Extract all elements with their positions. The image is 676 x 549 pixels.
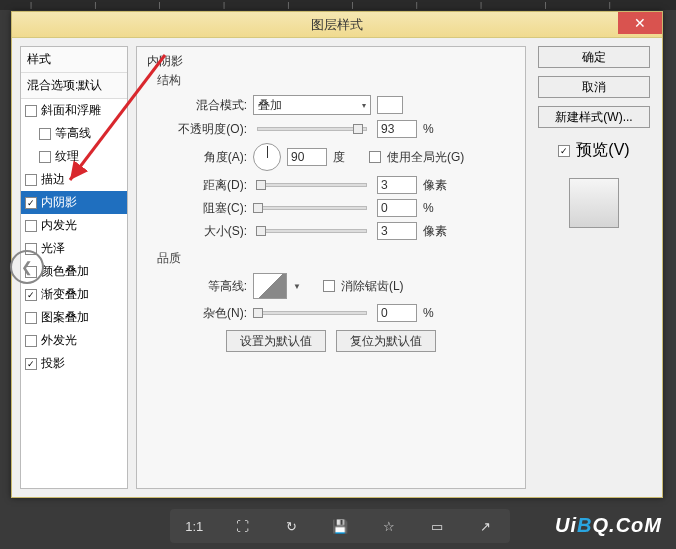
back-icon[interactable]: ❮ <box>10 250 44 284</box>
style-checkbox[interactable] <box>25 312 37 324</box>
style-item[interactable]: 内阴影 <box>21 191 127 214</box>
styles-header: 样式 <box>21 47 127 73</box>
size-unit: 像素 <box>423 223 453 240</box>
angle-label: 角度(A): <box>147 149 247 166</box>
window-title: 图层样式 <box>311 16 363 34</box>
noise-unit: % <box>423 306 453 320</box>
contour-label: 等高线: <box>147 278 247 295</box>
chevron-down-icon: ▾ <box>362 101 366 110</box>
style-item[interactable]: 等高线 <box>21 122 127 145</box>
choke-slider[interactable] <box>257 206 367 210</box>
distance-input[interactable]: 3 <box>377 176 417 194</box>
size-slider[interactable] <box>257 229 367 233</box>
star-icon[interactable]: ☆ <box>379 519 399 534</box>
style-item[interactable]: 投影 <box>21 352 127 375</box>
choke-input[interactable]: 0 <box>377 199 417 217</box>
angle-unit: 度 <box>333 149 363 166</box>
style-item-label: 图案叠加 <box>41 309 89 326</box>
noise-label: 杂色(N): <box>147 305 247 322</box>
share-icon[interactable]: ↗ <box>476 519 496 534</box>
global-light-label: 使用全局光(G) <box>387 149 464 166</box>
slider-thumb[interactable] <box>256 180 266 190</box>
style-checkbox[interactable] <box>25 197 37 209</box>
style-item-label: 内阴影 <box>41 194 77 211</box>
style-item-label: 纹理 <box>55 148 79 165</box>
style-item[interactable]: 外发光 <box>21 329 127 352</box>
style-item-label: 等高线 <box>55 125 91 142</box>
fullscreen-icon[interactable]: ⛶ <box>233 519 253 534</box>
layer-style-dialog: 图层样式 ✕ 样式 混合选项:默认 斜面和浮雕等高线纹理描边内阴影内发光光泽颜色… <box>11 11 663 498</box>
ok-button[interactable]: 确定 <box>538 46 650 68</box>
distance-label: 距离(D): <box>147 177 247 194</box>
rotate-icon[interactable]: ↻ <box>281 519 301 534</box>
slider-thumb[interactable] <box>253 308 263 318</box>
close-icon: ✕ <box>634 15 646 31</box>
watermark-logo: UiBQ.CoM <box>555 514 662 537</box>
ruler: | | | | | | | | | | | <box>0 0 676 10</box>
style-item-label: 描边 <box>41 171 65 188</box>
slider-thumb[interactable] <box>256 226 266 236</box>
style-item[interactable]: 描边 <box>21 168 127 191</box>
style-checkbox[interactable] <box>25 105 37 117</box>
structure-group-title: 结构 <box>157 72 515 89</box>
style-checkbox[interactable] <box>25 335 37 347</box>
style-item[interactable]: 渐变叠加 <box>21 283 127 306</box>
style-item[interactable]: 纹理 <box>21 145 127 168</box>
style-item-label: 内发光 <box>41 217 77 234</box>
make-default-button[interactable]: 设置为默认值 <box>226 330 326 352</box>
zoom-label[interactable]: 1:1 <box>184 519 204 534</box>
style-item[interactable]: 内发光 <box>21 214 127 237</box>
style-checkbox[interactable] <box>25 220 37 232</box>
chevron-down-icon[interactable]: ▼ <box>293 282 301 291</box>
styles-list: 斜面和浮雕等高线纹理描边内阴影内发光光泽颜色叠加渐变叠加图案叠加外发光投影 <box>21 99 127 375</box>
close-button[interactable]: ✕ <box>618 12 662 34</box>
style-item-label: 渐变叠加 <box>41 286 89 303</box>
titlebar[interactable]: 图层样式 ✕ <box>12 12 662 38</box>
reset-default-button[interactable]: 复位为默认值 <box>336 330 436 352</box>
global-light-checkbox[interactable] <box>369 151 381 163</box>
style-checkbox[interactable] <box>39 128 51 140</box>
angle-dial[interactable] <box>253 143 281 171</box>
antialias-label: 消除锯齿(L) <box>341 278 404 295</box>
device-icon[interactable]: ▭ <box>427 519 447 534</box>
preview-swatch <box>569 178 619 228</box>
save-icon[interactable]: 💾 <box>330 519 350 534</box>
opacity-unit: % <box>423 122 453 136</box>
contour-picker[interactable] <box>253 273 287 299</box>
blend-mode-select[interactable]: 叠加 ▾ <box>253 95 371 115</box>
size-label: 大小(S): <box>147 223 247 240</box>
style-checkbox[interactable] <box>25 174 37 186</box>
style-checkbox[interactable] <box>39 151 51 163</box>
opacity-slider[interactable] <box>257 127 367 131</box>
dialog-content: 样式 混合选项:默认 斜面和浮雕等高线纹理描边内阴影内发光光泽颜色叠加渐变叠加图… <box>12 38 662 497</box>
quality-group-title: 品质 <box>157 250 515 267</box>
blend-mode-label: 混合模式: <box>147 97 247 114</box>
slider-thumb[interactable] <box>353 124 363 134</box>
angle-input[interactable]: 90 <box>287 148 327 166</box>
style-checkbox[interactable] <box>25 358 37 370</box>
style-checkbox[interactable] <box>25 289 37 301</box>
blend-options-header[interactable]: 混合选项:默认 <box>21 73 127 99</box>
choke-label: 阻塞(C): <box>147 200 247 217</box>
style-item[interactable]: 图案叠加 <box>21 306 127 329</box>
style-item-label: 斜面和浮雕 <box>41 102 101 119</box>
noise-slider[interactable] <box>257 311 367 315</box>
opacity-label: 不透明度(O): <box>147 121 247 138</box>
noise-input[interactable]: 0 <box>377 304 417 322</box>
opacity-input[interactable]: 93 <box>377 120 417 138</box>
choke-unit: % <box>423 201 453 215</box>
style-item[interactable]: 斜面和浮雕 <box>21 99 127 122</box>
new-style-button[interactable]: 新建样式(W)... <box>538 106 650 128</box>
size-input[interactable]: 3 <box>377 222 417 240</box>
blend-mode-value: 叠加 <box>258 97 282 114</box>
shadow-color-swatch[interactable] <box>377 96 403 114</box>
antialias-checkbox[interactable] <box>323 280 335 292</box>
preview-checkbox[interactable] <box>558 145 570 157</box>
style-item-label: 投影 <box>41 355 65 372</box>
cancel-button[interactable]: 取消 <box>538 76 650 98</box>
slider-thumb[interactable] <box>253 203 263 213</box>
section-title: 内阴影 <box>147 53 515 70</box>
distance-slider[interactable] <box>257 183 367 187</box>
style-item-label: 颜色叠加 <box>41 263 89 280</box>
settings-panel: 内阴影 结构 混合模式: 叠加 ▾ 不透明度(O): 93 % 角度(A): 9… <box>136 46 526 489</box>
